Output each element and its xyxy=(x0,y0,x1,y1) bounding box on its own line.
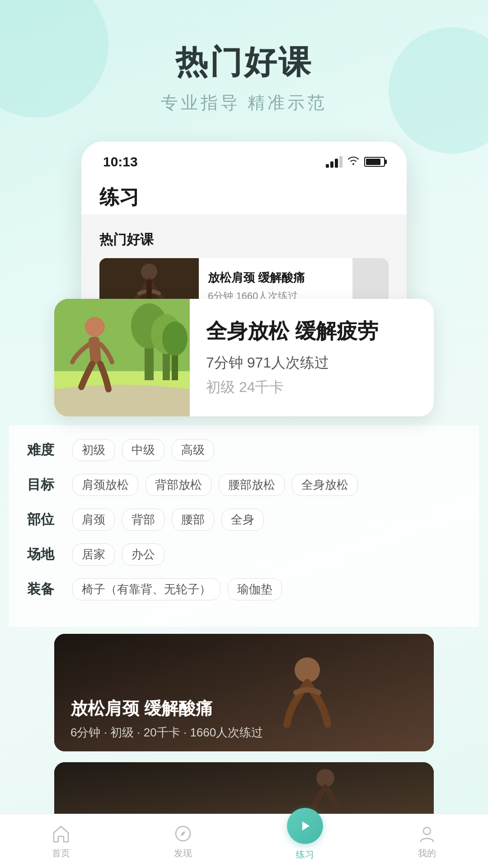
filter-tags-difficulty: 初级 中级 高级 xyxy=(72,439,214,461)
filter-tag-beginner[interactable]: 初级 xyxy=(72,439,115,461)
nav-item-profile[interactable]: 我的 xyxy=(366,823,488,859)
svg-rect-16 xyxy=(54,762,434,816)
filter-tag-intermediate[interactable]: 中级 xyxy=(122,439,164,461)
filter-tag-advanced[interactable]: 高级 xyxy=(172,439,214,461)
svg-point-9 xyxy=(162,321,188,356)
course-banner-2[interactable] xyxy=(54,762,434,816)
filter-tag-neck[interactable]: 肩颈 xyxy=(72,509,115,531)
banner-meta: 6分钟 · 初级 · 20千卡 · 1660人次练过 xyxy=(70,725,263,741)
filter-row-bodypart: 部位 肩颈 背部 腰部 全身 xyxy=(27,509,461,531)
header-section: 热门好课 专业指导 精准示范 xyxy=(161,41,328,114)
app-title: 练习 xyxy=(99,184,389,211)
expanded-course-card[interactable]: 全身放松 缓解疲劳 7分钟 971人次练过 初级 24千卡 xyxy=(54,299,434,416)
filter-tag-back[interactable]: 背部放松 xyxy=(145,474,211,496)
filter-label-difficulty: 难度 xyxy=(27,441,63,459)
filter-tags-equipment: 椅子（有靠背、无轮子） 瑜伽垫 xyxy=(72,578,282,600)
expanded-meta: 7分钟 971人次练过 xyxy=(206,353,418,373)
nav-label-exercise: 练习 xyxy=(296,849,314,861)
filter-row-difficulty: 难度 初级 中级 高级 xyxy=(27,439,461,461)
nav-item-home[interactable]: 首页 xyxy=(0,823,122,859)
filter-tag-whole-body[interactable]: 全身 xyxy=(221,509,264,531)
filter-tag-chair[interactable]: 椅子（有靠背、无轮子） xyxy=(72,578,221,600)
course-banner-1[interactable]: 放松肩颈 缓解酸痛 6分钟 · 初级 · 20千卡 · 1660人次练过 xyxy=(54,634,434,751)
filter-tags-target: 肩颈放松 背部放松 腰部放松 全身放松 xyxy=(72,474,358,496)
filter-label-equipment: 装备 xyxy=(27,580,63,599)
home-icon xyxy=(50,823,72,844)
filter-tag-lower-back[interactable]: 腰部 xyxy=(172,509,214,531)
filter-row-target: 目标 肩颈放松 背部放松 腰部放松 全身放松 xyxy=(27,474,461,496)
filter-label-bodypart: 部位 xyxy=(27,510,63,529)
course-name: 放松肩颈 缓解酸痛 xyxy=(208,270,343,286)
svg-marker-19 xyxy=(302,821,310,830)
page-title: 热门好课 xyxy=(161,41,328,84)
status-bar: 10:13 xyxy=(81,142,407,175)
filter-row-equipment: 装备 椅子（有靠背、无轮子） 瑜伽垫 xyxy=(27,578,461,600)
svg-point-20 xyxy=(423,827,431,835)
filter-section: 难度 初级 中级 高级 目标 肩颈放松 背部放松 腰部放松 全身放松 部 xyxy=(9,425,479,627)
filter-tag-back2[interactable]: 背部 xyxy=(122,509,164,531)
nav-item-exercise[interactable]: 练习 xyxy=(244,821,366,861)
compass-icon xyxy=(172,823,194,844)
bottom-navigation: 首页 发现 练习 我的 xyxy=(0,814,488,868)
filter-tag-office[interactable]: 办公 xyxy=(122,543,164,566)
user-icon xyxy=(416,823,438,844)
signal-icon xyxy=(326,156,343,168)
status-time: 10:13 xyxy=(103,154,138,170)
filter-label-location: 场地 xyxy=(27,545,63,564)
filter-tag-fullbody[interactable]: 全身放松 xyxy=(292,474,358,496)
expanded-thumbnail xyxy=(54,299,190,416)
status-icons xyxy=(326,156,385,168)
banner-title: 放松肩颈 缓解酸痛 xyxy=(70,697,263,720)
filter-tag-home[interactable]: 居家 xyxy=(72,543,115,566)
filter-tags-location: 居家 办公 xyxy=(72,543,164,566)
expanded-title: 全身放松 缓解疲劳 xyxy=(206,318,418,345)
section-title: 热门好课 xyxy=(99,223,389,249)
nav-label-profile: 我的 xyxy=(418,847,436,859)
expanded-level: 初级 24千卡 xyxy=(206,377,418,397)
filter-tag-waist[interactable]: 腰部放松 xyxy=(219,474,285,496)
play-icon xyxy=(287,808,323,844)
page-subtitle: 专业指导 精准示范 xyxy=(161,91,328,114)
filter-tag-yoga-mat[interactable]: 瑜伽垫 xyxy=(228,578,282,600)
svg-point-10 xyxy=(85,317,105,337)
nav-item-discover[interactable]: 发现 xyxy=(122,823,244,859)
filter-row-location: 场地 居家 办公 xyxy=(27,543,461,566)
filter-tag-shoulder[interactable]: 肩颈放松 xyxy=(72,474,138,496)
wifi-icon xyxy=(347,156,360,168)
svg-point-14 xyxy=(295,657,320,683)
nav-label-home: 首页 xyxy=(52,847,70,859)
nav-label-discover: 发现 xyxy=(174,847,192,859)
filter-tags-bodypart: 肩颈 背部 腰部 全身 xyxy=(72,509,264,531)
battery-icon xyxy=(364,157,385,167)
svg-point-1 xyxy=(141,264,157,280)
expanded-course-info: 全身放松 缓解疲劳 7分钟 971人次练过 初级 24千卡 xyxy=(190,303,434,412)
banner-course-info: 放松肩颈 缓解酸痛 6分钟 · 初级 · 20千卡 · 1660人次练过 xyxy=(70,697,263,741)
filter-label-target: 目标 xyxy=(27,476,63,494)
